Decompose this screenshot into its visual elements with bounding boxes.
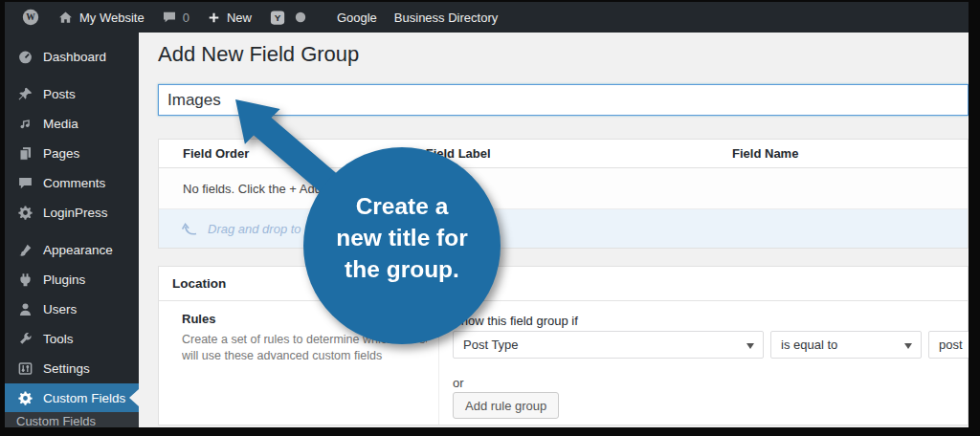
sidebar-item-appearance[interactable]: Appearance — [5, 235, 139, 265]
sidebar-item-users[interactable]: Users — [5, 294, 139, 324]
wordpress-logo-icon: W — [21, 8, 40, 27]
sidebar-item-plugins[interactable]: Plugins — [5, 265, 139, 294]
admin-sidebar: Dashboard Posts Media Pages — [5, 33, 139, 427]
yoast-icon: Y — [269, 9, 287, 27]
new-content-menu[interactable]: New — [198, 2, 260, 33]
field-order-header: Field Order — [159, 146, 353, 161]
chevron-down-icon — [904, 343, 912, 349]
admin-bar: W My Website 0 New Y — [5, 2, 969, 33]
or-label: or — [453, 376, 464, 390]
rule-row: Post Type is equal to post — [453, 331, 969, 359]
curved-arrow-icon — [180, 221, 199, 237]
location-metabox-body: Rules Create a set of rules to determine… — [159, 301, 968, 425]
new-label: New — [227, 11, 252, 25]
sidebar-item-dashboard[interactable]: Dashboard — [5, 42, 139, 72]
rule-value-value: post — [939, 338, 963, 352]
business-directory-menu[interactable]: Business Directory — [386, 2, 506, 33]
sidebar-item-label: Pages — [43, 146, 79, 161]
location-rules-editor: Show this field group if Post Type is eq… — [439, 301, 968, 425]
pages-icon — [17, 145, 33, 162]
sidebar-item-posts[interactable]: Posts — [5, 79, 139, 109]
google-menu[interactable]: Google — [328, 2, 386, 33]
rule-param-select[interactable]: Post Type — [453, 331, 764, 359]
comment-icon — [17, 175, 33, 191]
sidebar-item-loginpress[interactable]: LoginPress — [5, 198, 139, 228]
sidebar-item-tools[interactable]: Tools — [5, 324, 139, 354]
svg-text:Y: Y — [275, 12, 281, 23]
sidebar-item-media[interactable]: Media — [5, 109, 139, 139]
no-fields-row: No fields. Click the + Add Field button — [159, 168, 968, 209]
drag-hint-text: Drag and drop to reorder — [208, 222, 345, 236]
google-label: Google — [337, 11, 377, 25]
sidebar-item-label: Posts — [43, 87, 76, 101]
sidebar-submenu-custom-fields[interactable]: Custom Fields — [5, 412, 139, 427]
comment-bubble-icon — [162, 10, 177, 25]
add-rule-group-button[interactable]: Add rule group — [453, 392, 559, 419]
comment-count: 0 — [183, 11, 189, 25]
fields-table-header: Field Order Field Label Field Name — [159, 140, 968, 168]
rules-description-line1: Create a set of rules to determine which… — [182, 332, 427, 348]
field-label-header: Field Label — [353, 146, 564, 161]
location-metabox-title: Location — [159, 267, 968, 301]
page-title: Add New Field Group — [158, 42, 359, 67]
drag-hint-row: Drag and drop to reorder — [159, 209, 968, 248]
business-directory-label: Business Directory — [394, 11, 498, 25]
wrench-icon — [17, 331, 33, 347]
no-fields-message: No fields. Click the + Add Field button — [183, 182, 390, 196]
notification-dot-icon — [293, 10, 308, 25]
brush-icon — [17, 242, 33, 258]
show-if-label: Show this field group if — [453, 314, 578, 328]
sidebar-item-label: Media — [43, 117, 78, 131]
sidebar-item-label: Custom Fields — [43, 391, 125, 405]
sidebar-item-label: Appearance — [43, 243, 113, 257]
sidebar-item-label: Settings — [43, 361, 90, 376]
wordpress-admin-screen: W My Website 0 New Y — [5, 2, 969, 427]
rule-value-select[interactable]: post — [928, 331, 969, 359]
plus-icon — [207, 11, 221, 25]
active-menu-arrow — [129, 389, 139, 406]
chevron-down-icon — [746, 343, 754, 349]
rule-operator-value: is equal to — [781, 338, 837, 352]
pushpin-icon — [17, 86, 33, 102]
gear-icon — [17, 205, 33, 221]
sidebar-item-label: LoginPress — [43, 206, 108, 220]
sidebar-item-label: Users — [43, 302, 77, 316]
plug-icon — [17, 272, 33, 288]
gauge-icon — [17, 49, 33, 65]
sidebar-item-label: Tools — [43, 332, 74, 346]
sliders-icon — [17, 360, 33, 377]
yoast-seo-menu[interactable]: Y — [260, 2, 317, 33]
sidebar-item-settings[interactable]: Settings — [5, 354, 139, 383]
screenshot-frame: W My Website 0 New Y — [0, 0, 980, 436]
sidebar-item-comments[interactable]: Comments — [5, 168, 139, 198]
wordpress-logo-menu[interactable]: W — [12, 2, 49, 33]
rules-label: Rules — [182, 312, 427, 326]
fields-table: Field Order Field Label Field Name No fi… — [158, 139, 969, 249]
site-name-menu[interactable]: My Website — [49, 2, 153, 33]
rules-description-line2: will use these advanced custom fields — [182, 348, 427, 364]
comments-menu[interactable]: 0 — [153, 2, 198, 33]
sidebar-item-label: Comments — [43, 176, 105, 190]
sidebar-item-label: Plugins — [43, 272, 85, 287]
submenu-item-label: Custom Fields — [16, 414, 96, 427]
user-icon — [17, 301, 33, 317]
svg-text:W: W — [26, 12, 35, 22]
location-metabox: Location Rules Create a set of rules to … — [158, 266, 969, 425]
rule-param-value: Post Type — [463, 338, 519, 352]
sidebar-item-custom-fields[interactable]: Custom Fields — [5, 383, 139, 412]
field-group-title-input[interactable] — [158, 84, 969, 116]
gear-icon — [17, 390, 33, 406]
sidebar-item-label: Dashboard — [43, 50, 106, 64]
sidebar-item-pages[interactable]: Pages — [5, 139, 139, 168]
rule-operator-select[interactable]: is equal to — [770, 331, 922, 359]
location-rules-column: Rules Create a set of rules to determine… — [159, 301, 439, 425]
site-name-label: My Website — [79, 11, 145, 25]
media-icon — [17, 116, 33, 132]
field-name-header: Field Name — [563, 146, 968, 161]
home-icon — [57, 10, 74, 26]
